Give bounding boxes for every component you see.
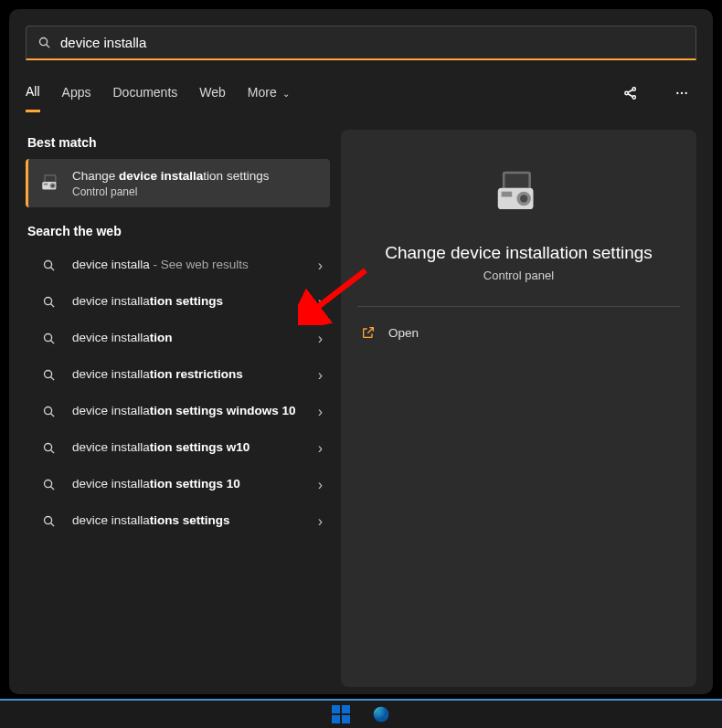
tab-documents[interactable]: Documents [112, 85, 177, 111]
svg-point-38 [520, 195, 527, 202]
chevron-right-icon: › [318, 258, 323, 274]
svg-rect-42 [332, 715, 340, 723]
search-input[interactable] [60, 35, 685, 50]
svg-line-23 [51, 377, 54, 380]
svg-rect-11 [46, 176, 56, 183]
web-results-list: device installa - See web results›device… [26, 248, 330, 540]
search-icon [42, 258, 56, 272]
search-icon [42, 368, 56, 382]
preview-subtitle: Control panel [357, 269, 680, 282]
best-match-result[interactable]: Change device installation settings Cont… [26, 159, 330, 207]
svg-point-30 [45, 517, 52, 524]
chevron-right-icon: › [318, 440, 323, 457]
svg-line-1 [47, 45, 49, 47]
web-result-text: device installa - See web results [72, 258, 313, 273]
open-external-icon [361, 325, 376, 340]
svg-point-26 [45, 444, 52, 451]
svg-rect-35 [504, 174, 528, 188]
tab-apps[interactable]: Apps [62, 85, 91, 111]
svg-point-18 [45, 298, 52, 305]
svg-line-17 [51, 268, 54, 270]
chevron-right-icon: › [318, 404, 323, 420]
svg-rect-39 [501, 192, 512, 197]
web-result-text: device installation [72, 331, 313, 346]
web-result-text: device installation settings 10 [72, 477, 313, 492]
svg-point-7 [676, 92, 678, 94]
search-icon [37, 36, 51, 49]
search-icon [42, 295, 56, 309]
web-result-item[interactable]: device installation restrictions› [26, 357, 330, 394]
svg-line-21 [51, 341, 54, 343]
tab-all[interactable]: All [26, 84, 40, 112]
search-box[interactable] [26, 26, 696, 60]
search-icon [42, 514, 56, 528]
start-button[interactable] [331, 704, 351, 724]
device-install-icon [39, 171, 63, 195]
best-match-title: Change device installation settings [72, 168, 269, 185]
svg-line-19 [51, 304, 54, 307]
web-result-text: device installation restrictions [72, 367, 313, 383]
chevron-right-icon: › [318, 513, 323, 530]
chevron-right-icon: › [318, 477, 323, 493]
svg-point-14 [51, 185, 54, 187]
search-icon [42, 441, 56, 455]
start-search-panel: All Apps Documents Web More ⌄ Best match [9, 9, 713, 694]
chevron-right-icon: › [318, 367, 323, 384]
svg-point-20 [45, 334, 52, 342]
open-label: Open [388, 326, 419, 340]
svg-point-9 [685, 92, 687, 94]
svg-rect-41 [342, 705, 350, 713]
svg-point-16 [45, 261, 52, 269]
tab-web[interactable]: Web [199, 85, 226, 111]
svg-point-0 [40, 38, 48, 46]
web-result-item[interactable]: device installa - See web results› [26, 248, 330, 284]
svg-rect-15 [44, 184, 48, 185]
more-icon[interactable] [667, 79, 696, 108]
preview-icon [357, 164, 680, 221]
web-result-item[interactable]: device installation settings windows 10› [26, 394, 330, 430]
svg-line-25 [51, 414, 54, 417]
web-result-item[interactable]: device installation settings w10› [26, 430, 330, 467]
svg-line-6 [628, 94, 632, 97]
web-result-item[interactable]: device installation settings› [26, 284, 330, 321]
preview-pane: Change device installation settings Cont… [341, 130, 696, 687]
svg-rect-40 [332, 705, 340, 713]
chevron-right-icon: › [318, 331, 323, 347]
taskbar [0, 701, 722, 728]
svg-line-5 [628, 90, 632, 92]
chevron-down-icon: ⌄ [280, 89, 290, 99]
results-left-column: Best match Change device installation se… [26, 130, 330, 687]
search-icon [42, 478, 56, 491]
best-match-heading: Best match [27, 135, 330, 150]
preview-title: Change device installation settings [357, 243, 680, 263]
svg-point-28 [45, 480, 52, 488]
web-result-item[interactable]: device installations settings› [26, 503, 330, 540]
svg-line-29 [51, 487, 54, 490]
open-action[interactable]: Open [357, 318, 680, 347]
search-web-heading: Search the web [27, 224, 330, 238]
svg-point-8 [681, 92, 683, 94]
svg-rect-43 [342, 715, 350, 723]
svg-point-3 [632, 88, 635, 90]
svg-point-2 [625, 91, 628, 94]
web-result-text: device installations settings [72, 513, 313, 529]
web-result-text: device installation settings w10 [72, 440, 313, 456]
edge-button[interactable] [371, 704, 391, 724]
web-result-text: device installation settings windows 10 [72, 404, 313, 419]
chevron-right-icon: › [318, 294, 323, 311]
share-icon[interactable] [616, 79, 645, 108]
svg-line-31 [51, 523, 54, 526]
web-result-item[interactable]: device installation› [26, 321, 330, 357]
svg-point-4 [632, 96, 635, 99]
filter-tabs: All Apps Documents Web More ⌄ [26, 79, 696, 117]
web-result-item[interactable]: device installation settings 10› [26, 467, 330, 503]
web-result-text: device installation settings [72, 294, 313, 310]
search-icon [42, 332, 56, 345]
divider [357, 306, 680, 307]
svg-point-24 [45, 407, 52, 415]
best-match-subtitle: Control panel [72, 185, 269, 198]
search-icon [42, 405, 56, 418]
svg-point-22 [45, 371, 52, 378]
svg-line-27 [51, 450, 54, 453]
tab-more[interactable]: More ⌄ [248, 85, 290, 111]
